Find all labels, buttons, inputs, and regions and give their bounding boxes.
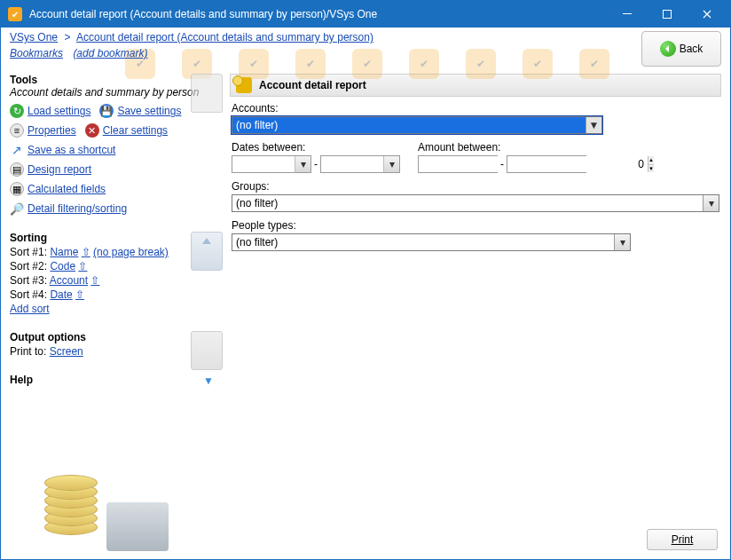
app-window: ✔ Account detail report (Account details… <box>0 0 731 560</box>
close-button[interactable] <box>687 2 727 27</box>
help-section[interactable]: Help ▼ <box>10 374 224 386</box>
amount-from-input[interactable]: ▲▼ <box>418 155 498 173</box>
save-icon: 💾 <box>99 104 114 118</box>
window-controls <box>607 2 727 27</box>
filter-form: Accounts: (no filter) ▼ Dates between: ▾… <box>230 97 721 256</box>
groups-dropdown-icon[interactable]: ▾ <box>703 195 719 211</box>
save-shortcut-link[interactable]: ↗Save as a shortcut <box>10 143 224 157</box>
sort1-pagebreak[interactable]: (no page break) <box>93 246 169 258</box>
main-header: Account detail report <box>230 74 721 97</box>
amount-to-spinner[interactable]: ▲▼ <box>648 156 654 172</box>
app-icon: ✔ <box>8 7 22 21</box>
sort3-field[interactable]: Account <box>50 274 88 287</box>
sorting-section: Sorting Sort #1: Name ⇧ (no page break) … <box>10 232 224 315</box>
sort1-field[interactable]: Name <box>50 246 78 258</box>
bookmark-row: Bookmarks (add bookmark) <box>10 47 373 59</box>
accounts-label: Accounts: <box>232 102 602 114</box>
breadcrumb: VSys One > Account detail report (Accoun… <box>10 31 373 43</box>
sort-row-3: Sort #3: Account ⇧ <box>10 274 224 287</box>
groups-combo[interactable]: (no filter) ▾ <box>232 194 719 212</box>
design-icon: ▤ <box>10 162 24 177</box>
main-header-title: Account detail report <box>259 79 366 91</box>
help-title: Help <box>10 374 224 386</box>
accounts-dropdown-icon[interactable]: ▼ <box>586 117 601 133</box>
bookmarks-link[interactable]: Bookmarks <box>10 47 63 59</box>
clear-icon: ✕ <box>85 123 99 138</box>
footer: Print <box>230 524 721 550</box>
breadcrumb-sep: > <box>64 31 70 43</box>
titlebar: ✔ Account detail report (Account details… <box>1 1 730 28</box>
help-expand-icon[interactable]: ▼ <box>201 374 216 388</box>
design-report-link[interactable]: ▤Design report <box>10 162 224 177</box>
minimize-button[interactable] <box>607 2 647 27</box>
sort1-dir[interactable]: ⇧ <box>82 246 90 258</box>
groups-value: (no filter) <box>232 195 703 211</box>
main-panel: Account detail report Accounts: (no filt… <box>230 74 721 550</box>
tray-icon <box>191 232 223 271</box>
back-button-label: Back <box>680 43 703 55</box>
printer-icon <box>191 331 223 370</box>
date-from-input[interactable]: ▾ <box>232 155 311 173</box>
sort-row-4: Sort #4: Date ⇧ <box>10 288 224 301</box>
amount-to-field[interactable] <box>507 156 648 172</box>
back-button[interactable]: Back <box>641 31 721 67</box>
print-button[interactable]: Print <box>647 529 718 550</box>
date-dash: - <box>314 158 318 170</box>
svg-rect-1 <box>663 11 671 19</box>
load-settings-link[interactable]: ↻Load settings <box>10 104 90 118</box>
amount-to-input[interactable]: ▲▼ <box>507 155 586 173</box>
people-label: People types: <box>232 219 631 232</box>
people-dropdown-icon[interactable]: ▾ <box>614 234 630 250</box>
add-sort-link[interactable]: Add sort <box>10 303 50 315</box>
properties-link[interactable]: ≡Properties <box>10 123 76 138</box>
date-to-dropdown-icon[interactable]: ▾ <box>383 156 399 172</box>
clipboard-icon <box>191 74 223 113</box>
sort4-dir[interactable]: ⇧ <box>75 288 84 301</box>
date-from-dropdown-icon[interactable]: ▾ <box>295 156 310 172</box>
dates-label: Dates between: <box>232 141 400 154</box>
tools-section: Tools Account details and summary by per… <box>10 74 224 216</box>
date-to-input[interactable]: ▾ <box>320 155 400 173</box>
clear-settings-link[interactable]: ✕Clear settings <box>85 123 168 138</box>
accounts-combo[interactable]: (no filter) ▼ <box>232 116 602 134</box>
sort4-field[interactable]: Date <box>50 288 72 301</box>
sort3-dir[interactable]: ⇧ <box>90 274 99 287</box>
add-bookmark-link[interactable]: (add bookmark) <box>73 47 147 59</box>
maximize-button[interactable] <box>647 2 687 27</box>
client-area: ✔✔✔✔✔✔✔✔✔ VSys One > Account detail repo… <box>1 28 730 559</box>
amount-dash: - <box>500 158 504 170</box>
print-to-link[interactable]: Screen <box>50 345 83 358</box>
properties-icon: ≡ <box>10 123 24 138</box>
save-settings-link[interactable]: 💾Save settings <box>99 104 181 118</box>
calculated-fields-link[interactable]: ▦Calculated fields <box>10 182 224 196</box>
sidebar: Tools Account details and summary by per… <box>10 74 224 550</box>
load-icon: ↻ <box>10 104 24 118</box>
breadcrumb-current[interactable]: Account detail report (Account details a… <box>76 31 373 43</box>
svg-rect-0 <box>623 13 632 14</box>
window-title: Account detail report (Account details a… <box>29 8 607 20</box>
output-section: Output options Print to: Screen <box>10 331 224 358</box>
decorative-art <box>44 440 177 551</box>
sort2-dir[interactable]: ⇧ <box>78 260 87 272</box>
filter-icon: 🔎 <box>10 201 24 216</box>
report-icon <box>236 77 252 93</box>
people-value: (no filter) <box>232 234 614 250</box>
people-combo[interactable]: (no filter) ▾ <box>232 233 631 251</box>
top-strip: ✔✔✔✔✔✔✔✔✔ VSys One > Account detail repo… <box>1 28 730 74</box>
breadcrumb-root[interactable]: VSys One <box>10 31 58 43</box>
back-arrow-icon <box>660 41 676 57</box>
calc-icon: ▦ <box>10 182 24 196</box>
sort2-field[interactable]: Code <box>50 260 75 272</box>
detail-filter-link[interactable]: 🔎Detail filtering/sorting <box>10 201 224 216</box>
shortcut-icon: ↗ <box>10 143 24 157</box>
groups-label: Groups: <box>232 180 719 193</box>
accounts-value: (no filter) <box>232 117 586 133</box>
amount-label: Amount between: <box>418 141 586 154</box>
